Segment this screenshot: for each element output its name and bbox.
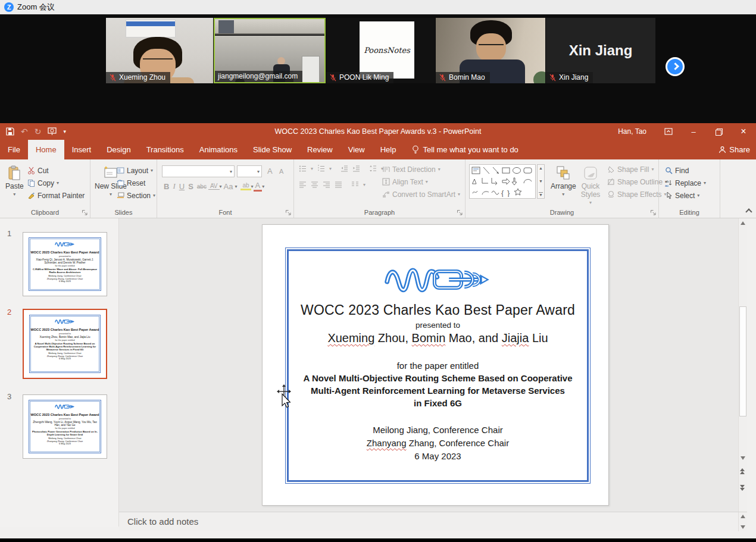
font-dialog-launcher[interactable] xyxy=(285,209,292,216)
format-painter-button[interactable]: Format Painter xyxy=(27,189,85,202)
save-icon[interactable] xyxy=(6,127,14,136)
font-name-combo[interactable]: ▾ xyxy=(162,165,235,177)
scroll-up-arrow[interactable] xyxy=(741,221,745,225)
reset-button[interactable]: Reset xyxy=(117,177,155,189)
bullets-icon[interactable] xyxy=(299,165,307,173)
paragraph-dialog-launcher[interactable] xyxy=(457,209,463,216)
tab-home[interactable]: Home xyxy=(28,140,64,159)
tab-help[interactable]: Help xyxy=(373,140,404,159)
collapse-ribbon-button[interactable] xyxy=(745,208,752,215)
arrange-button[interactable]: Arrange ▾ xyxy=(548,163,579,199)
increase-indent-icon[interactable] xyxy=(352,165,360,173)
slide-thumbnail-1[interactable]: WOCC 2023 Charles Kao Best Paper Award p… xyxy=(23,232,107,296)
participant-tile-jiangmeilong[interactable]: jiangmeilong@gmail.com xyxy=(214,18,326,83)
shape-fill-button[interactable]: Shape Fill ▾ xyxy=(607,163,667,176)
slide-thumbnail-3[interactable]: WOCC 2023 Charles Kao Best Paper Award p… xyxy=(23,394,107,459)
copy-button[interactable]: Copy ▾ xyxy=(27,177,85,189)
clipboard-dialog-launcher[interactable] xyxy=(82,209,88,216)
slide-editing-area[interactable]: WOCC 2023 Charles Kao Best Paper Award p… xyxy=(119,218,747,512)
character-spacing-button[interactable]: AV xyxy=(208,183,220,190)
tab-insert[interactable]: Insert xyxy=(64,140,99,159)
columns-icon[interactable] xyxy=(351,181,359,189)
grow-font-button[interactable]: A xyxy=(265,165,274,177)
tab-design[interactable]: Design xyxy=(99,140,138,159)
decrease-indent-icon[interactable] xyxy=(340,165,348,173)
tab-animations[interactable]: Animations xyxy=(192,140,245,159)
align-left-icon[interactable] xyxy=(299,181,307,189)
close-button[interactable]: × xyxy=(731,123,756,140)
customize-qat-icon[interactable]: ▾ xyxy=(63,129,66,134)
underline-button[interactable]: U xyxy=(177,182,186,191)
notes-placeholder[interactable]: Click to add notes xyxy=(127,516,198,527)
participant-tile-bomin-mao[interactable]: Bomin Mao xyxy=(436,18,545,83)
tab-review[interactable]: Review xyxy=(299,140,340,159)
next-slide-button[interactable] xyxy=(740,485,745,491)
highlight-color-button[interactable]: ab xyxy=(240,182,251,190)
align-right-icon[interactable] xyxy=(323,181,330,189)
participant-tile-xueming-zhou[interactable]: Xueming Zhou xyxy=(106,18,213,83)
gallery-more-icon[interactable]: ▼ xyxy=(539,192,543,197)
scroll-down-arrow[interactable] xyxy=(741,456,745,460)
font-size-combo[interactable]: ▾ xyxy=(237,165,262,177)
participant-tile-poon-lik-ming[interactable]: PoonsNotes POON Lik Ming xyxy=(326,18,435,83)
scroll-up-arrow[interactable] xyxy=(741,515,745,518)
reset-icon xyxy=(117,179,124,187)
italic-button[interactable]: I xyxy=(171,181,177,191)
scroll-down-icon[interactable]: ▼ xyxy=(539,179,543,183)
notes-scrollbar[interactable] xyxy=(738,512,747,531)
shape-effects-button[interactable]: Shape Effects ▾ xyxy=(607,188,667,200)
select-button[interactable]: Select ▾ xyxy=(665,189,706,202)
slide-canvas[interactable]: WOCC 2023 Charles Kao Best Paper Award p… xyxy=(262,224,609,506)
quick-styles-button[interactable]: Quick Styles ▾ xyxy=(576,163,605,208)
paste-button[interactable]: Paste ▾ xyxy=(2,163,27,199)
redo-icon[interactable]: ↻ xyxy=(35,127,42,136)
align-text-button[interactable]: Align Text ▾ xyxy=(382,176,460,188)
cut-label: Cut xyxy=(38,167,49,175)
chevron-down-icon: ▾ xyxy=(704,180,706,186)
ribbon-display-options-button[interactable] xyxy=(656,123,681,140)
minimize-button[interactable]: – xyxy=(681,123,706,140)
restore-icon xyxy=(716,129,721,134)
shape-outline-button[interactable]: Shape Outline ▾ xyxy=(607,176,667,188)
vertical-scrollbar[interactable] xyxy=(738,218,747,512)
text-shadow-button[interactable]: S xyxy=(186,182,195,191)
cut-button[interactable]: Cut xyxy=(27,164,85,177)
find-button[interactable]: Find xyxy=(665,164,706,177)
scroll-down-arrow[interactable] xyxy=(741,525,745,529)
text-direction-button[interactable]: Text Direction ▾ xyxy=(382,163,460,176)
strikethrough-button[interactable]: abc xyxy=(195,183,208,190)
convert-to-smartart-button[interactable]: Convert to SmartArt ▾ xyxy=(382,188,460,200)
tab-file[interactable]: File xyxy=(0,140,28,159)
tab-view[interactable]: View xyxy=(340,140,373,159)
align-center-icon[interactable] xyxy=(311,181,318,189)
section-button[interactable]: Section ▾ xyxy=(117,189,155,202)
scrollbar-thumb[interactable] xyxy=(739,306,746,416)
tab-slide-show[interactable]: Slide Show xyxy=(245,140,299,159)
drawing-dialog-launcher[interactable] xyxy=(650,209,657,216)
font-color-button[interactable]: A xyxy=(254,181,263,192)
replace-button[interactable]: abac Replace ▾ xyxy=(665,177,706,189)
participant-tile-xin-jiang[interactable]: Xin Jiang Xin Jiang xyxy=(546,18,655,83)
notes-pane[interactable]: Click to add notes xyxy=(119,512,747,531)
line-spacing-icon[interactable] xyxy=(369,165,377,173)
bold-button[interactable]: B xyxy=(162,182,171,191)
next-participants-button[interactable] xyxy=(666,57,685,76)
justify-icon[interactable] xyxy=(335,181,342,189)
shape-gallery[interactable]: { } xyxy=(469,164,536,199)
layout-button[interactable]: Layout ▾ xyxy=(117,164,155,177)
undo-icon[interactable]: ↶ xyxy=(21,127,28,136)
previous-slide-button[interactable] xyxy=(740,468,745,474)
tab-transitions[interactable]: Transitions xyxy=(139,140,192,159)
signed-in-user[interactable]: Han, Tao xyxy=(618,127,646,136)
shrink-font-button[interactable]: A xyxy=(277,165,285,177)
numbering-icon[interactable] xyxy=(317,165,325,173)
chevron-down-icon: ▾ xyxy=(230,169,232,174)
shape-gallery-scrollbar[interactable]: ▲ ▼ ▼ xyxy=(537,164,545,199)
share-button[interactable]: Share xyxy=(718,140,750,159)
slide-thumbnail-2[interactable]: WOCC 2023 Charles Kao Best Paper Award p… xyxy=(23,309,107,379)
tell-me-box[interactable]: Tell me what you want to do xyxy=(404,140,526,159)
start-from-beginning-icon[interactable] xyxy=(48,127,57,136)
change-case-button[interactable]: Aa xyxy=(222,182,235,191)
scroll-up-icon[interactable]: ▲ xyxy=(539,166,543,170)
restore-button[interactable] xyxy=(706,123,731,140)
